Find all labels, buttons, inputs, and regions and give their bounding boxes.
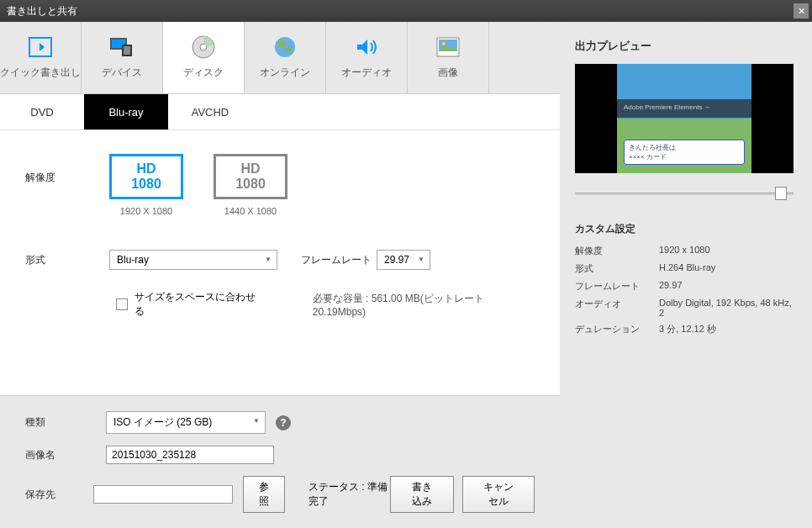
image-icon (435, 35, 461, 59)
fit-space-checkbox[interactable] (116, 298, 128, 310)
tab-quick-export[interactable]: クイック書き出し (0, 22, 82, 93)
save-to-input[interactable] (93, 485, 233, 504)
slider-thumb[interactable] (775, 187, 787, 200)
tab-online[interactable]: オンライン (245, 22, 326, 93)
type-label: 種類 (25, 415, 96, 430)
format-label: 形式 (25, 253, 109, 267)
required-label: 必要な容量 : (313, 293, 369, 304)
tab-audio[interactable]: オーディオ (326, 22, 408, 93)
framerate-label: フレームレート (301, 253, 377, 267)
disk-icon (190, 35, 217, 59)
globe-icon (272, 35, 298, 59)
subtab-dvd[interactable]: DVD (0, 94, 84, 129)
svg-rect-4 (124, 46, 130, 55)
tab-device[interactable]: デバイス (82, 22, 163, 93)
speaker-icon (353, 35, 380, 59)
save-to-label: 保存先 (25, 488, 83, 502)
image-name-input[interactable] (106, 446, 274, 464)
fit-space-label: サイズをスペースに合わせる (134, 290, 262, 319)
main-tabs: クイック書き出し デバイス ディスク オンライン オーディオ 画像 (0, 22, 560, 94)
svg-point-12 (442, 42, 446, 45)
type-select[interactable]: ISO イメージ (25 GB) (106, 411, 266, 434)
preview-slider[interactable] (575, 185, 794, 202)
svg-point-7 (275, 37, 295, 57)
help-icon[interactable]: ? (276, 415, 291, 430)
tab-image[interactable]: 画像 (408, 22, 489, 93)
write-button[interactable]: 書き込み (390, 476, 455, 513)
quick-export-icon (27, 35, 54, 59)
svg-point-8 (277, 40, 286, 47)
preview-title: 出力プレビュー (575, 39, 797, 54)
resolution-option-1920x1080[interactable]: HD 1080 (109, 154, 183, 199)
format-select[interactable]: Blu-ray (109, 250, 277, 270)
image-name-label: 画像名 (25, 448, 96, 462)
browse-button[interactable]: 参照 (243, 476, 285, 513)
subtab-bluray[interactable]: Blu-ray (84, 94, 168, 129)
svg-point-6 (200, 44, 207, 50)
svg-point-9 (285, 47, 292, 52)
tab-disk[interactable]: ディスク (163, 22, 245, 93)
custom-settings-title: カスタム設定 (575, 222, 797, 236)
close-button[interactable]: ✕ (794, 3, 809, 18)
subtab-avchd[interactable]: AVCHD (168, 94, 252, 129)
status-label: ステータス : (308, 481, 365, 493)
framerate-select[interactable]: 29.97 (377, 250, 430, 270)
preview-video: Adobe Premiere Elements ～ きんたろ社長は ×××× カ… (575, 64, 794, 173)
window-title: 書き出しと共有 (7, 4, 77, 18)
sub-tabs: DVD Blu-ray AVCHD (0, 94, 560, 130)
device-icon (108, 35, 135, 59)
resolution-option-1440x1080[interactable]: HD 1080 (214, 154, 287, 199)
resolution-label: 解像度 (25, 154, 109, 185)
cancel-button[interactable]: キャンセル (462, 476, 535, 513)
